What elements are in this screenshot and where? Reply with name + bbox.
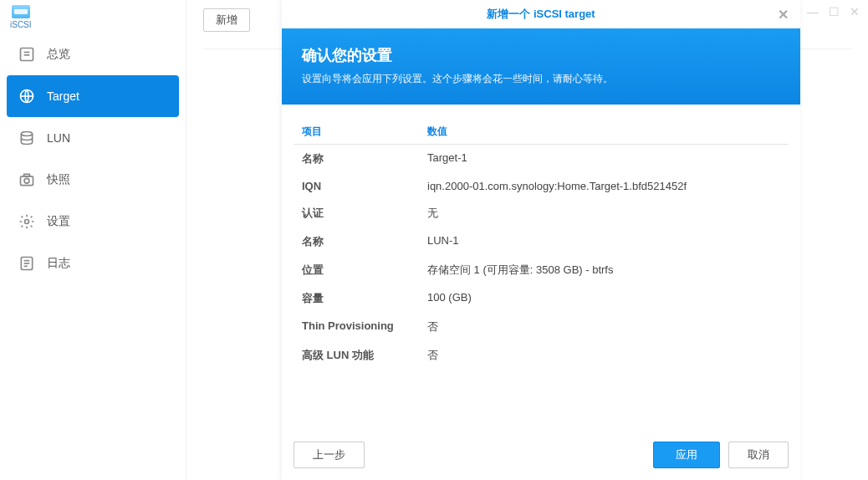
row-value: 无 [419,199,789,227]
row-value: 否 [419,341,789,370]
sidebar-item-label: Target [47,89,79,103]
add-button[interactable]: 新增 [203,8,250,32]
column-item: 项目 [294,120,419,145]
row-key: 名称 [294,227,419,256]
row-key: 认证 [294,199,419,227]
sidebar-item-lun[interactable]: LUN [0,117,186,159]
modal-title-text: 新增一个 iSCSI target [487,7,595,22]
overview-icon [18,46,35,63]
svg-point-7 [24,178,29,183]
row-value: LUN-1 [419,227,789,256]
column-value: 数值 [419,120,789,145]
window-controls: — ☐ ✕ [807,5,860,18]
svg-rect-6 [21,176,33,186]
close-window-icon[interactable]: ✕ [850,5,860,18]
modal-body: 项目 数值 名称 Target-1 IQN iqn.2000-01.com.sy… [282,105,800,430]
row-key: 高级 LUN 功能 [294,341,419,370]
svg-rect-8 [24,174,30,176]
modal-heading: 确认您的设置 [302,45,780,65]
log-icon [18,255,35,272]
settings-table: 项目 数值 名称 Target-1 IQN iqn.2000-01.com.sy… [294,120,789,370]
row-key: 位置 [294,256,419,284]
sidebar-item-label: 快照 [47,172,70,187]
row-key: Thin Provisioning [294,313,419,341]
sidebar-item-overview[interactable]: 总览 [0,33,186,75]
disk-stack-icon [18,130,35,146]
sidebar-item-label: 日志 [47,256,70,271]
row-value: iqn.2000-01.com.synology:Home.Target-1.b… [419,173,789,199]
minimize-icon[interactable]: — [807,5,819,18]
row-value: 否 [419,313,789,341]
cancel-button[interactable]: 取消 [728,442,789,468]
iscsi-icon [12,5,30,18]
gear-icon [18,213,35,230]
modal-footer: 上一步 应用 取消 [282,430,800,480]
sidebar-item-label: 设置 [47,214,70,229]
modal-subtitle: 设置向导将会应用下列设置。这个步骤将会花一些时间，请耐心等待。 [302,72,780,86]
svg-point-9 [25,220,29,224]
sidebar-item-target[interactable]: Target [7,75,179,117]
footer-right: 应用 取消 [653,442,789,468]
svg-point-5 [21,132,32,136]
close-icon[interactable]: ✕ [774,5,792,23]
sidebar-item-log[interactable]: 日志 [0,243,186,284]
row-value: 100 (GB) [419,284,789,313]
row-value: Target-1 [419,145,789,173]
row-key: IQN [294,173,419,199]
apply-button[interactable]: 应用 [653,442,720,468]
modal-titlebar: 新增一个 iSCSI target ✕ [282,0,800,28]
sidebar-item-settings[interactable]: 设置 [0,201,186,243]
row-key: 名称 [294,145,419,173]
sidebar-item-label: LUN [47,131,70,145]
sidebar: 总览 Target LUN 快照 [0,0,186,480]
globe-icon [18,88,35,105]
app-icon-label: iSCSI [10,20,32,29]
back-button[interactable]: 上一步 [294,442,365,468]
row-value: 存储空间 1 (可用容量: 3508 GB) - btrfs [419,256,789,284]
wizard-modal: 新增一个 iSCSI target ✕ 确认您的设置 设置向导将会应用下列设置。… [282,0,800,480]
app-icon: iSCSI [10,5,32,29]
row-key: 容量 [294,284,419,313]
sidebar-item-snapshot[interactable]: 快照 [0,159,186,201]
camera-icon [18,171,35,188]
maximize-icon[interactable]: ☐ [829,5,840,18]
modal-header: 确认您的设置 设置向导将会应用下列设置。这个步骤将会花一些时间，请耐心等待。 [282,28,800,105]
sidebar-item-label: 总览 [47,47,70,62]
